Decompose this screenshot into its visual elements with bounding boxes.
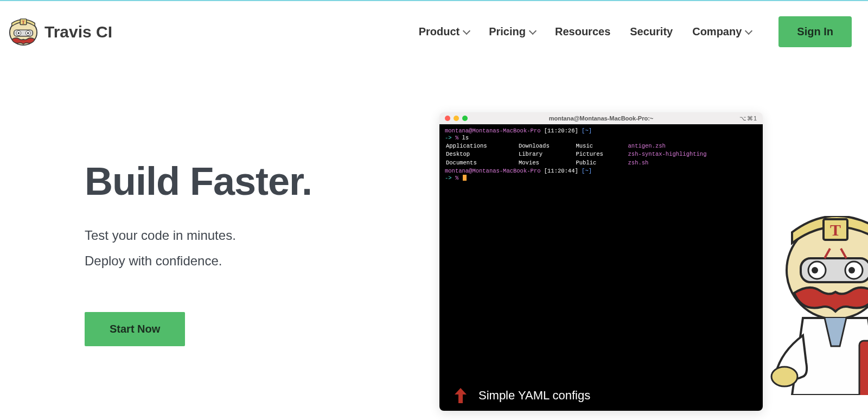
nav-resources[interactable]: Resources — [555, 26, 610, 38]
hero-section: Build Faster. Test your code in minutes.… — [0, 47, 868, 411]
terminal-titlebar: montana@Montanas-MacBook-Pro:~ ⌥⌘1 — [439, 112, 763, 124]
close-icon — [445, 116, 450, 121]
window-controls — [445, 116, 468, 121]
terminal-line: montana@Montanas-MacBook-Pro [11:20:44] … — [445, 168, 757, 175]
start-now-button[interactable]: Start Now — [85, 312, 185, 346]
hero-sub-line2: Deploy with confidence. — [85, 249, 388, 274]
nav-company-label: Company — [692, 26, 742, 38]
terminal-line: montana@Montanas-MacBook-Pro [11:20:26] … — [445, 128, 757, 135]
nav-security[interactable]: Security — [630, 26, 673, 38]
travis-logo-icon: T — [7, 17, 40, 47]
terminal-line: -> % ls — [445, 135, 757, 142]
chevron-down-icon — [529, 27, 537, 35]
svg-point-5 — [18, 32, 20, 34]
ls-cell: zsh-syntax-highlighting — [628, 151, 756, 158]
logo[interactable]: T Travis CI — [7, 17, 112, 47]
chevron-down-icon — [745, 27, 752, 35]
cursor-icon — [463, 175, 467, 181]
maximize-icon — [462, 116, 468, 121]
ls-cell: Desktop — [446, 151, 518, 158]
ls-cell: antigen.zsh — [628, 143, 756, 150]
chevron-down-icon — [463, 27, 470, 35]
svg-point-13 — [812, 267, 818, 273]
ls-cell: Documents — [446, 160, 518, 167]
ls-cell: Public — [576, 160, 627, 167]
hero-subtitle: Test your code in minutes. Deploy with c… — [85, 223, 388, 274]
signin-button[interactable]: Sign In — [778, 16, 852, 47]
brand-text: Travis CI — [44, 23, 112, 41]
ls-cell: Downloads — [519, 143, 575, 150]
nav-company[interactable]: Company — [692, 26, 751, 38]
terminal-window: montana@Montanas-MacBook-Pro:~ ⌥⌘1 monta… — [439, 112, 763, 411]
svg-point-15 — [848, 267, 855, 273]
terminal-caption: Simple YAML configs — [454, 387, 590, 404]
svg-text:T: T — [22, 19, 25, 24]
terminal-caption-text: Simple YAML configs — [478, 388, 590, 403]
ls-cell: Library — [519, 151, 575, 158]
nav-resources-label: Resources — [555, 26, 610, 38]
arrow-up-icon — [454, 387, 468, 404]
terminal-shortcut: ⌥⌘1 — [739, 115, 757, 122]
svg-text:T: T — [830, 221, 841, 239]
minimize-icon — [454, 116, 459, 121]
mascot-illustration: T — [749, 216, 868, 395]
terminal-demo: montana@Montanas-MacBook-Pro:~ ⌥⌘1 monta… — [439, 112, 763, 411]
ls-cell: zsh.sh — [628, 160, 756, 167]
nav-pricing[interactable]: Pricing — [489, 26, 535, 38]
ls-cell: Pictures — [576, 151, 627, 158]
svg-rect-18 — [859, 341, 868, 395]
svg-point-7 — [27, 32, 29, 34]
terminal-line: -> % — [445, 175, 757, 182]
main-nav: Product Pricing Resources Security Compa… — [419, 16, 852, 47]
hero-copy: Build Faster. Test your code in minutes.… — [85, 112, 388, 411]
hero-title: Build Faster. — [85, 159, 388, 203]
nav-security-label: Security — [630, 26, 673, 38]
terminal-ls-output: Applications Downloads Music antigen.zsh… — [445, 142, 757, 167]
nav-product[interactable]: Product — [419, 26, 470, 38]
ls-cell: Movies — [519, 160, 575, 167]
site-header: T Travis CI Product Pricing Resources Se… — [0, 1, 868, 47]
nav-product-label: Product — [419, 26, 460, 38]
hero-sub-line1: Test your code in minutes. — [85, 223, 388, 249]
ls-cell: Applications — [446, 143, 518, 150]
terminal-body: montana@Montanas-MacBook-Pro [11:20:26] … — [439, 124, 763, 411]
ls-cell: Music — [576, 143, 627, 150]
terminal-title: montana@Montanas-MacBook-Pro:~ — [549, 115, 654, 122]
nav-pricing-label: Pricing — [489, 26, 526, 38]
svg-point-19 — [771, 367, 797, 386]
